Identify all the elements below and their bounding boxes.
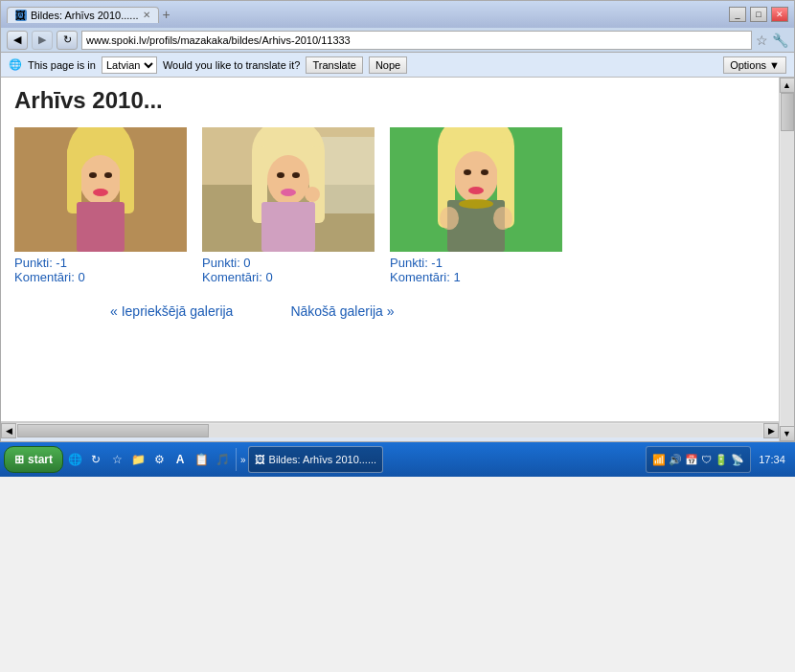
tray-icon-1[interactable]: 📶 — [652, 454, 666, 466]
page-inner: Arhīvs 2010... — [1, 78, 779, 441]
start-icon: ⊞ — [14, 453, 24, 466]
taskbar-active-window[interactable]: 🖼 Bildes: Arhīvs 2010...... — [248, 446, 384, 473]
scroll-track[interactable] — [781, 93, 794, 426]
translate-bar: 🌐 This page is in Latvian Would you like… — [1, 53, 794, 78]
minimize-button[interactable]: _ — [729, 7, 746, 22]
translate-question-text: Would you like to translate it? — [163, 59, 300, 71]
scroll-down-arrow[interactable]: ▼ — [780, 426, 795, 441]
hscroll-thumb[interactable] — [17, 424, 209, 437]
maximize-button[interactable]: □ — [750, 7, 767, 22]
scroll-up-arrow[interactable]: ▲ — [780, 78, 795, 93]
address-input[interactable] — [81, 31, 752, 50]
svg-point-19 — [292, 172, 300, 178]
taskbar-icon-task[interactable]: 📋 — [192, 450, 211, 469]
tray-icon-5[interactable]: 🔋 — [715, 454, 728, 466]
new-tab-button[interactable]: + — [163, 7, 170, 22]
language-select[interactable]: Latvian — [102, 56, 157, 74]
svg-point-25 — [454, 151, 498, 203]
prev-gallery-link[interactable]: « Iepriekšējā galerija — [110, 303, 233, 319]
punkti-link[interactable]: Punkti: -1 — [14, 256, 187, 270]
translate-flag-icon: 🌐 — [9, 58, 22, 71]
gallery-meta: Punkti: 0 Komentāri: 0 — [202, 256, 375, 284]
svg-point-33 — [440, 207, 459, 230]
page-wrapper: Arhīvs 2010... — [1, 78, 794, 441]
start-label: start — [28, 453, 53, 466]
pagination: « Iepriekšējā galerija Nākošā galerija » — [14, 303, 765, 319]
punkti-link[interactable]: Punkti: -1 — [390, 256, 562, 270]
address-bar: ◀ ▶ ↻ ☆ 🔧 — [1, 28, 794, 53]
system-tray: 📶 🔊 📅 🛡 🔋 📡 — [646, 446, 751, 473]
close-button[interactable]: ✕ — [771, 7, 788, 22]
punkti-link[interactable]: Punkti: 0 — [202, 256, 375, 270]
tray-icon-2[interactable]: 🔊 — [669, 454, 682, 466]
browser-tab[interactable]: 🖼 Bildes: Arhīvs 2010...... ✕ — [7, 7, 159, 23]
taskbar-icon-ie[interactable]: 🌐 — [65, 450, 84, 469]
svg-point-29 — [459, 199, 493, 209]
active-window-title: Bildes: Arhīvs 2010...... — [269, 454, 377, 465]
bookmark-button[interactable]: ☆ — [756, 33, 768, 48]
horizontal-scrollbar: ◀ ▶ — [1, 422, 779, 437]
tray-icon-4[interactable]: 🛡 — [701, 454, 712, 465]
svg-point-30 — [464, 169, 471, 175]
svg-point-34 — [493, 207, 512, 230]
translate-button[interactable]: Translate — [306, 56, 362, 74]
page-content: Arhīvs 2010... — [1, 78, 779, 422]
tray-icon-3[interactable]: 📅 — [685, 454, 698, 466]
gallery-thumbnail[interactable] — [202, 127, 375, 252]
hscroll-track[interactable] — [17, 424, 762, 437]
settings-button[interactable]: 🔧 — [772, 33, 788, 48]
taskbar-icon-a[interactable]: A — [170, 450, 190, 469]
back-button[interactable]: ◀ — [7, 31, 28, 50]
gallery-meta: Punkti: -1 Komentāri: 1 — [390, 256, 562, 284]
svg-rect-12 — [317, 137, 375, 213]
taskbar-icon-folder[interactable]: 📁 — [128, 450, 148, 469]
tab-favicon: 🖼 — [15, 10, 27, 21]
svg-point-14 — [267, 155, 309, 205]
gallery-thumbnail[interactable] — [14, 127, 187, 252]
system-clock: 17:34 — [753, 454, 791, 465]
svg-point-8 — [104, 172, 112, 178]
taskbar-right: 📶 🔊 📅 🛡 🔋 📡 17:34 — [646, 446, 791, 473]
taskbar-icon-refresh[interactable]: ↻ — [86, 450, 105, 469]
taskbar-arrow[interactable]: » — [240, 455, 246, 465]
scroll-thumb[interactable] — [781, 93, 794, 131]
svg-point-32 — [468, 187, 484, 194]
taskbar-icon-settings[interactable]: ⚙ — [149, 450, 169, 469]
options-button[interactable]: Options ▼ — [723, 56, 786, 74]
komentari-link[interactable]: Komentāri: 0 — [14, 270, 187, 284]
taskbar-icon-star[interactable]: ☆ — [107, 450, 126, 469]
tray-icon-6[interactable]: 📡 — [731, 454, 744, 466]
forward-button[interactable]: ▶ — [32, 31, 53, 50]
svg-point-21 — [305, 187, 320, 202]
active-window-icon: 🖼 — [255, 454, 265, 465]
refresh-button[interactable]: ↻ — [57, 31, 78, 50]
title-bar-left: 🖼 Bildes: Arhīvs 2010...... ✕ + — [7, 7, 170, 23]
next-gallery-link[interactable]: Nākošā galerija » — [290, 303, 394, 319]
gallery-thumbnail[interactable] — [390, 127, 562, 252]
translate-prefix-text: This page is in — [28, 59, 96, 71]
hscroll-left-arrow[interactable]: ◀ — [1, 423, 16, 438]
svg-point-3 — [80, 155, 122, 205]
start-button[interactable]: ⊞ start — [4, 446, 63, 473]
gallery-grid: Punkti: -1 Komentāri: 0 — [14, 127, 765, 284]
hscroll-right-arrow[interactable]: ▶ — [763, 423, 779, 438]
komentari-link[interactable]: Komentāri: 1 — [390, 270, 562, 284]
taskbar-separator — [236, 448, 237, 471]
svg-rect-17 — [261, 202, 315, 252]
taskbar-icon-media[interactable]: 🎵 — [213, 450, 232, 469]
svg-rect-6 — [77, 202, 125, 252]
gallery-item: Punkti: -1 Komentāri: 1 — [390, 127, 562, 284]
gallery-item: Punkti: 0 Komentāri: 0 — [202, 127, 375, 284]
tab-close-button[interactable]: ✕ — [143, 10, 150, 20]
nope-button[interactable]: Nope — [369, 56, 407, 74]
svg-point-20 — [281, 189, 296, 196]
browser-window: 🖼 Bildes: Arhīvs 2010...... ✕ + _ □ ✕ ◀ … — [0, 0, 795, 442]
taskbar: ⊞ start 🌐 ↻ ☆ 📁 ⚙ A 📋 🎵 » 🖼 Bildes: Arhī… — [0, 442, 795, 477]
title-bar-controls: _ □ ✕ — [729, 7, 788, 22]
svg-point-18 — [277, 172, 284, 178]
komentari-link[interactable]: Komentāri: 0 — [202, 270, 375, 284]
svg-point-9 — [93, 189, 108, 196]
page-title: Arhīvs 2010... — [14, 87, 765, 114]
taskbar-quick-icons: 🌐 ↻ ☆ 📁 ⚙ A 📋 🎵 — [65, 450, 232, 469]
gallery-meta: Punkti: -1 Komentāri: 0 — [14, 256, 187, 284]
